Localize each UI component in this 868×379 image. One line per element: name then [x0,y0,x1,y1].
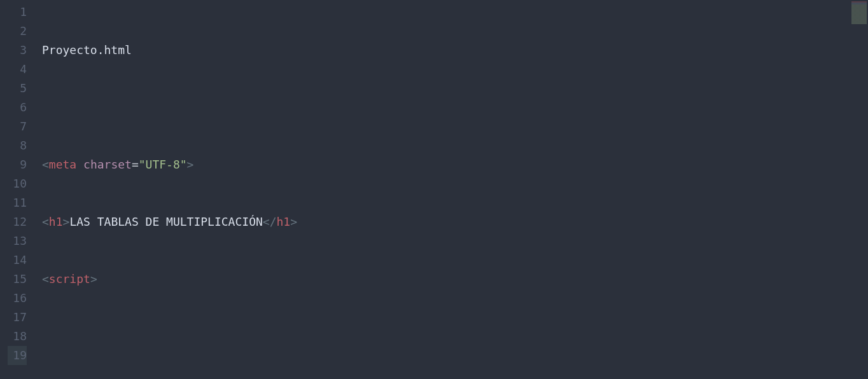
line-number: 8 [8,136,27,155]
line-number: 3 [8,41,27,60]
line-number-gutter: 1 2 3 4 5 6 7 8 9 10 11 12 13 14 15 16 1… [0,0,38,379]
code-line[interactable] [42,98,868,117]
code-line[interactable]: <meta charset="UTF-8"> [42,155,868,174]
line-number: 16 [8,289,27,308]
code-content[interactable]: Proyecto.html <meta charset="UTF-8"> <h1… [38,0,868,379]
code-line[interactable] [42,327,868,346]
line-number: 18 [8,327,27,346]
line-number: 19 [8,346,27,365]
line-number: 10 [8,174,27,193]
line-number: 2 [8,22,27,41]
filename-text: Proyecto.html [42,43,132,57]
line-number: 15 [8,270,27,289]
line-number: 11 [8,193,27,212]
line-number: 7 [8,117,27,136]
line-number: 14 [8,251,27,270]
line-number: 12 [8,212,27,231]
minimap[interactable] [851,1,867,24]
line-number: 9 [8,155,27,174]
line-number: 13 [8,231,27,251]
line-number: 17 [8,308,27,327]
line-number: 5 [8,79,27,98]
code-line[interactable]: <script> [42,270,868,289]
code-line[interactable]: <h1>LAS TABLAS DE MULTIPLICACIÓN</h1> [42,212,868,231]
line-number: 6 [8,98,27,117]
code-line[interactable]: Proyecto.html [42,41,868,60]
code-editor[interactable]: 1 2 3 4 5 6 7 8 9 10 11 12 13 14 15 16 1… [0,0,868,379]
line-number: 1 [8,3,27,22]
line-number: 4 [8,60,27,79]
